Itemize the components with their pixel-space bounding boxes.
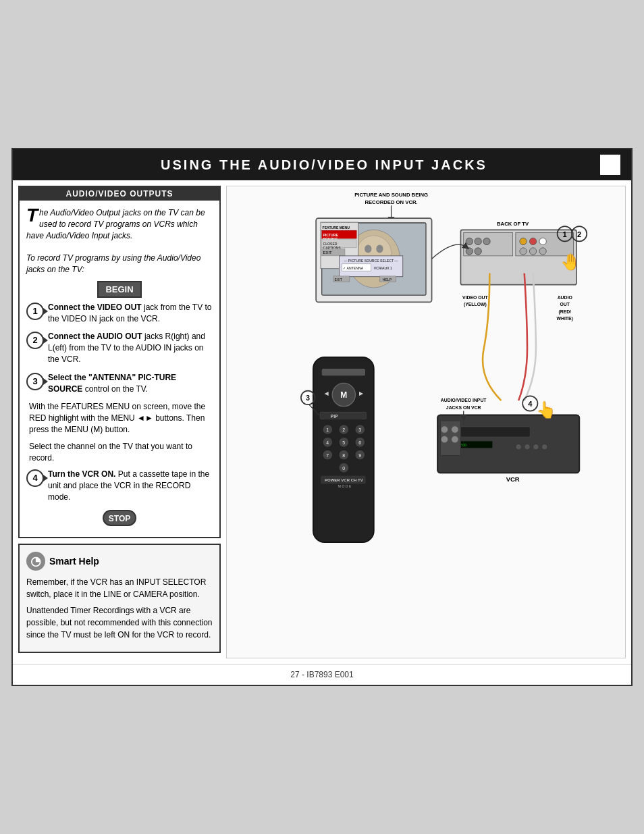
picture-label2: RECORDED ON VCR.	[365, 199, 417, 205]
av-outputs-box: AUDIO/VIDEO OUTPUTS The Audio/Video Outp…	[18, 186, 221, 538]
jack-extra1	[520, 248, 527, 255]
vcr-btn3	[533, 444, 539, 450]
num-9-label: 9	[358, 453, 361, 458]
video-cable	[483, 273, 501, 401]
vcr-btn4	[541, 444, 547, 450]
closed-captions-text: CLOSED	[323, 242, 337, 246]
vcr-front-jack3	[441, 436, 448, 442]
num-6-label: 6	[358, 440, 361, 445]
audio-out-label2: OUT	[560, 302, 570, 307]
smart-help-label: Smart Help	[49, 556, 99, 567]
power-label: POWER VCR CH TV	[325, 478, 363, 482]
help-label: HELP	[383, 278, 392, 282]
hand-icon-1: 🤚	[560, 252, 581, 271]
audio-r-cable	[518, 273, 527, 401]
audio-r-jack-tv	[529, 238, 536, 244]
step-3-sub2: Select the channel on the TV that you wa…	[26, 441, 213, 464]
back-of-tv-label: BACK OF TV	[497, 221, 529, 227]
right-panel: PICTURE AND SOUND BEING RECORDED ON VCR.…	[226, 186, 626, 658]
begin-button: BEGIN	[97, 281, 141, 298]
exit-label2: EXIT	[335, 278, 343, 282]
vcr-aux-label: VCR/AUX 1	[374, 266, 392, 270]
num-4-label: 4	[326, 440, 329, 445]
step-2: 2 Connect the AUDIO OUT jacks R(ight) an…	[26, 331, 213, 365]
num-0-label: 0	[342, 466, 345, 471]
picture-label: PICTURE AND SOUND BEING	[354, 192, 428, 198]
video-out-label: VIDEO OUT	[462, 295, 488, 300]
footer-text: 27 - IB7893 E001	[290, 670, 353, 679]
vcr-btn1	[516, 444, 522, 450]
num-7-label: 7	[326, 453, 329, 458]
intro-text: he Audio/Video Output jacks on the TV ca…	[26, 208, 205, 240]
picture-source-select-label: — PICTURE SOURCE SELECT —	[344, 259, 398, 263]
exit-text: EXIT	[323, 251, 332, 255]
step-4: 4 Turn the VCR ON. Put a cassette tape i…	[26, 469, 213, 502]
vcr-label-text: VCR	[506, 475, 520, 483]
vcr-front-jack2	[452, 426, 458, 433]
step-1-number: 1	[26, 303, 44, 320]
av-input-label2: JACKS ON VCR	[446, 405, 481, 410]
smart-help-box: ◔ Smart Help Remember, if the VCR has an…	[18, 544, 221, 653]
step-4-text: Turn the VCR ON. Put a cassette tape in …	[48, 469, 213, 502]
page-title: U​SING THE A​UDIO/V​IDEO I​NPUT J​ACKS	[48, 157, 600, 173]
pip-label: PIP	[331, 414, 338, 419]
step-2-diag-label: 2	[577, 230, 581, 238]
left-panel: AUDIO/VIDEO OUTPUTS The Audio/Video Outp…	[18, 186, 221, 658]
vcr-btn2	[525, 444, 531, 450]
audio-out-label3: (RED/	[558, 309, 571, 315]
vcr-front-jack4	[452, 436, 458, 442]
tv-jack5	[475, 248, 481, 255]
pip-area	[320, 412, 367, 419]
step-3: 3 Select the "ANTENNA" PIC-TURE SOURCE c…	[26, 372, 213, 395]
step-3-remote-label: 3	[306, 394, 310, 402]
tv-eye-left	[365, 245, 371, 253]
smart-help-body1: Remember, if the VCR has an INPUT SELECT…	[26, 576, 213, 600]
av-input-label1: AUDIO/VIDEO INPUT	[441, 398, 487, 402]
picture-source-text: PICTURE	[323, 233, 338, 237]
video-out-jack-tv	[520, 238, 527, 244]
step-3-text: Select the "ANTENNA" PIC-TURE SOURCE con…	[48, 372, 213, 395]
jack-extra2	[529, 248, 536, 255]
audio-out-label4: WHITE)	[557, 316, 573, 321]
tv-jack3	[483, 238, 490, 244]
remote-m-label: M	[340, 390, 347, 400]
main-content: AUDIO/VIDEO OUTPUTS The Audio/Video Outp…	[13, 180, 631, 664]
step-1: 1 Connect the VIDEO OUT jack from the TV…	[26, 302, 213, 325]
step-1-bold: Connect the VIDEO OUT	[48, 303, 142, 312]
antenna-label: ✓ ANTENNA	[343, 266, 363, 270]
to-record-label: To record TV programs by using the Audio…	[26, 253, 200, 274]
diagram-svg: PICTURE AND SOUND BEING RECORDED ON VCR.…	[227, 186, 625, 592]
smart-help-text: Remember, if the VCR has an INPUT SELECT…	[26, 576, 213, 641]
tv-jack2	[475, 238, 481, 244]
stop-button: STOP	[103, 510, 136, 526]
step-1-diag-label: 1	[563, 230, 567, 238]
num-8-label: 8	[342, 453, 345, 458]
tv-eye-right	[376, 245, 383, 253]
video-out-label2: (YELLOW)	[464, 302, 487, 307]
step-2-bold: Connect the AUDIO OUT	[48, 332, 142, 341]
smart-help-body2: Unattended Timer Recordings with a VCR a…	[26, 604, 213, 641]
vcr-front-jack1	[441, 426, 448, 433]
num-5-label: 5	[342, 440, 345, 445]
smart-help-icon: ◔	[26, 552, 45, 571]
step-4-label: 4	[528, 400, 533, 408]
vcr-tape-slot	[460, 427, 530, 437]
drop-cap: T	[26, 206, 38, 225]
remote-top-bar	[322, 369, 365, 375]
tv-jack1	[466, 238, 473, 244]
step-3-number: 3	[26, 373, 44, 390]
step-2-number: 2	[26, 332, 44, 349]
header-box	[600, 155, 620, 175]
audio-out-label: AUDIO	[558, 295, 573, 300]
jack-extra3	[539, 248, 546, 255]
step-4-bold: Turn the VCR ON.	[48, 469, 115, 479]
page-container: U​SING THE A​UDIO/V​IDEO I​NPUT J​ACKS A…	[11, 148, 633, 686]
audio-l-jack-tv	[539, 238, 546, 244]
av-outputs-intro: The Audio/Video Output jacks on the TV c…	[26, 207, 213, 276]
av-outputs-title: AUDIO/VIDEO OUTPUTS	[20, 187, 219, 201]
remote-right-arrow: ►	[358, 390, 365, 397]
num-1-label: 1	[326, 427, 329, 432]
num-3-label: 3	[358, 427, 361, 432]
page-header: U​SING THE A​UDIO/V​IDEO I​NPUT J​ACKS	[13, 149, 631, 180]
mode-label: M O D E	[338, 484, 352, 488]
